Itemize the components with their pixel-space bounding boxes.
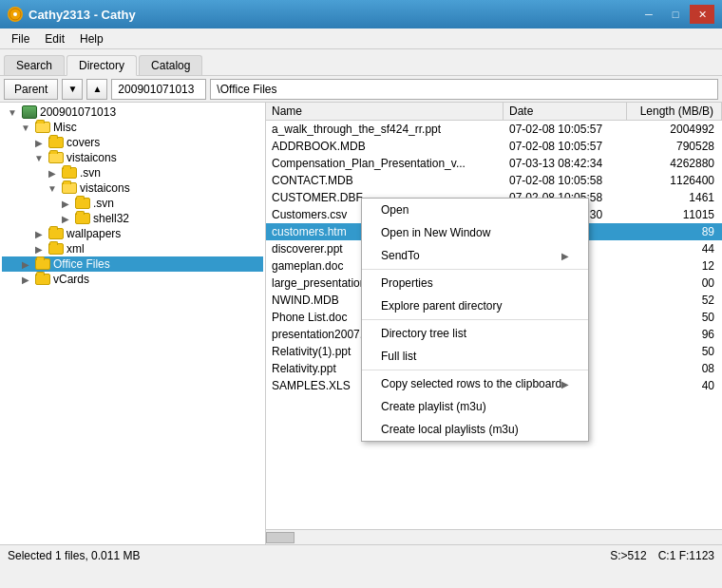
- folder-icon-officefiles: [35, 258, 50, 270]
- tree-panel[interactable]: ▼ 200901071013 ▼ Misc ▶ covers ▼ vistaic…: [0, 103, 266, 544]
- close-button[interactable]: ✕: [690, 5, 714, 24]
- tab-search[interactable]: Search: [4, 55, 65, 75]
- tree-item-vistaicons2[interactable]: ▼ vistaicons: [2, 180, 263, 196]
- tree-toggle-svn2[interactable]: ▶: [59, 197, 72, 210]
- tree-item-shell32[interactable]: ▶ shell32: [2, 211, 263, 226]
- nav-bar: Parent ▼ ▲ 200901071013 \Office Files: [0, 76, 722, 103]
- tree-toggle-wallpapers[interactable]: ▶: [32, 227, 46, 240]
- ctx-separator-3: [362, 370, 588, 370]
- tree-label-svn1: .svn: [80, 166, 101, 180]
- horizontal-scrollbar[interactable]: [266, 529, 722, 544]
- tree-toggle-misc[interactable]: ▼: [19, 121, 32, 134]
- title-text: Cathy2313 - Cathy: [28, 8, 136, 22]
- file-name: CONTACT.MDB: [266, 173, 504, 188]
- tree-toggle-vistaicons[interactable]: ▼: [32, 151, 46, 164]
- file-size: 08: [627, 361, 722, 376]
- file-date: 07-03-13 08:42:34: [504, 156, 627, 171]
- file-size: 790528: [627, 139, 722, 154]
- ctx-sendto-label: SendTo: [381, 249, 420, 262]
- tree-label-misc: Misc: [53, 121, 77, 134]
- ctx-explore-parent[interactable]: Explore parent directory: [362, 294, 588, 317]
- tree-label-vcards: vCards: [53, 273, 89, 286]
- catalog-path[interactable]: 200901071013: [111, 79, 206, 100]
- tree-toggle-vistaicons2[interactable]: ▼: [46, 181, 59, 195]
- location-path[interactable]: \Office Files: [210, 79, 718, 100]
- context-menu: Open Open in New Window SendTo ▶ Propert…: [361, 198, 589, 442]
- ctx-create-local-playlists-label: Create local playlists (m3u): [381, 423, 519, 436]
- file-size: 4262880: [627, 156, 722, 171]
- tree-toggle-root[interactable]: ▼: [6, 105, 19, 119]
- ctx-separator-2: [362, 319, 588, 320]
- folder-icon-xml: [48, 243, 64, 255]
- tree-label-vistaicons: vistaicons: [66, 151, 117, 164]
- ctx-full-list[interactable]: Full list: [362, 345, 588, 368]
- nav-back-arrow[interactable]: ▼: [62, 79, 83, 100]
- tree-item-svn1[interactable]: ▶ .svn: [2, 165, 263, 180]
- tab-catalog[interactable]: Catalog: [139, 55, 202, 75]
- ctx-open[interactable]: Open: [362, 199, 588, 221]
- menu-bar: File Edit Help: [0, 28, 722, 49]
- file-size: 44: [627, 241, 722, 256]
- file-name: Compensation_Plan_Presentation_v...: [266, 156, 504, 171]
- file-name: a_walk_through_the_sf424_rr.ppt: [266, 122, 504, 137]
- file-size: 50: [627, 310, 722, 325]
- tree-item-root[interactable]: ▼ 200901071013: [2, 104, 263, 120]
- col-header-name[interactable]: Name: [266, 103, 504, 120]
- ctx-sendto[interactable]: SendTo ▶: [362, 244, 588, 267]
- folder-icon-covers: [48, 137, 64, 148]
- file-row[interactable]: ADDRBOOK.MDB 07-02-08 10:05:57 790528: [266, 138, 722, 155]
- menu-help[interactable]: Help: [72, 30, 111, 47]
- ctx-create-local-playlists[interactable]: Create local playlists (m3u): [362, 418, 588, 441]
- ctx-properties[interactable]: Properties: [362, 272, 588, 294]
- menu-file[interactable]: File: [4, 30, 37, 47]
- maximize-button[interactable]: □: [663, 5, 688, 24]
- folder-icon-vistaicons2: [62, 182, 77, 194]
- tree-item-vcards[interactable]: ▶ vCards: [2, 272, 263, 287]
- tree-item-covers[interactable]: ▶ covers: [2, 135, 263, 150]
- tree-toggle-officefiles[interactable]: ▶: [19, 257, 32, 271]
- folder-icon-wallpapers: [48, 228, 64, 239]
- tree-item-xml[interactable]: ▶ xml: [2, 241, 263, 256]
- tree-item-officefiles[interactable]: ▶ Office Files: [2, 256, 263, 272]
- tree-toggle-covers[interactable]: ▶: [32, 136, 46, 149]
- nav-forward-arrow[interactable]: ▲: [86, 79, 107, 100]
- file-row[interactable]: CONTACT.MDB 07-02-08 10:05:58 1126400: [266, 172, 722, 189]
- tab-directory[interactable]: Directory: [66, 55, 137, 76]
- ctx-separator-1: [362, 269, 588, 270]
- tree-toggle-shell32[interactable]: ▶: [59, 212, 72, 225]
- file-size: 1126400: [627, 173, 722, 188]
- title-bar: Cathy2313 - Cathy ─ □ ✕: [0, 0, 722, 28]
- tree-label-officefiles: Office Files: [53, 257, 110, 271]
- file-header: Name Date Length (MB/B): [266, 103, 722, 121]
- file-row[interactable]: Compensation_Plan_Presentation_v... 07-0…: [266, 155, 722, 172]
- tree-label-wallpapers: wallpapers: [66, 227, 121, 240]
- title-bar-left: Cathy2313 - Cathy: [8, 7, 136, 22]
- tree-item-misc[interactable]: ▼ Misc: [2, 120, 263, 135]
- tree-item-vistaicons[interactable]: ▼ vistaicons: [2, 150, 263, 165]
- ctx-sendto-arrow: ▶: [561, 251, 569, 261]
- folder-icon-vcards: [35, 274, 50, 285]
- ctx-directory-tree-list[interactable]: Directory tree list: [362, 322, 588, 345]
- ctx-copy-rows[interactable]: Copy selected rows to the clipboard ▶: [362, 372, 588, 395]
- tree-label-covers: covers: [66, 136, 100, 149]
- menu-edit[interactable]: Edit: [37, 30, 72, 47]
- tree-toggle-xml[interactable]: ▶: [32, 242, 46, 256]
- minimize-button[interactable]: ─: [636, 5, 661, 24]
- file-size: 2004992: [627, 122, 722, 137]
- col-header-length[interactable]: Length (MB/B): [627, 103, 722, 120]
- status-bar: Selected 1 files, 0.011 MB S:>512 C:1 F:…: [0, 544, 722, 565]
- col-header-date[interactable]: Date: [504, 103, 627, 120]
- tree-toggle-vcards[interactable]: ▶: [19, 273, 32, 286]
- tree-toggle-svn1[interactable]: ▶: [46, 166, 59, 180]
- file-size: 12: [627, 258, 722, 274]
- status-c1f1123: C:1 F:1123: [658, 549, 714, 562]
- status-right: S:>512 C:1 F:1123: [610, 549, 714, 562]
- drive-icon: [22, 105, 37, 119]
- ctx-open-new-window[interactable]: Open in New Window: [362, 221, 588, 244]
- tree-item-svn2[interactable]: ▶ .svn: [2, 196, 263, 211]
- tree-item-wallpapers[interactable]: ▶ wallpapers: [2, 226, 263, 241]
- ctx-create-playlist[interactable]: Create playlist (m3u): [362, 395, 588, 418]
- file-row[interactable]: a_walk_through_the_sf424_rr.ppt 07-02-08…: [266, 121, 722, 138]
- parent-button[interactable]: Parent: [4, 79, 58, 100]
- tree-label-svn2: .svn: [93, 197, 114, 210]
